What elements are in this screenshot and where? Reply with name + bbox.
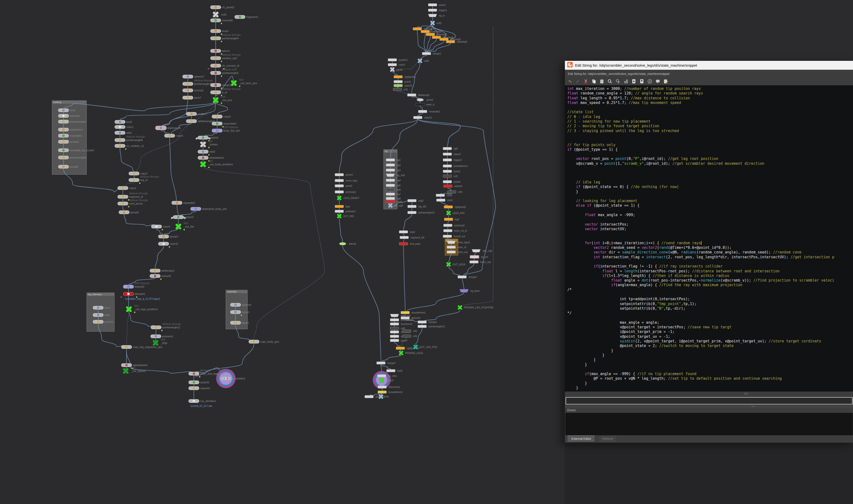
node-end_pack[interactable]: end_pack bbox=[399, 242, 420, 246]
node-pack1[interactable]: pack1 bbox=[230, 321, 249, 325]
node-box2[interactable]: box2 bbox=[93, 306, 110, 310]
node-sidestep6[interactable]: sidestep6 bbox=[446, 40, 467, 43]
node-switch5[interactable]: switch5 bbox=[188, 381, 209, 384]
node-copy6[interactable]: copy6 bbox=[212, 115, 231, 119]
indent-icon[interactable] bbox=[623, 78, 629, 84]
node-wld2[interactable]: wld2 bbox=[93, 313, 110, 317]
node-ref3[interactable]: ref3 bbox=[447, 191, 462, 194]
node-bone8_out[interactable]: bone8_out bbox=[443, 235, 465, 238]
edit-notes-icon[interactable] bbox=[663, 78, 669, 84]
node-OUT_RIG[interactable]: OUT_RIG bbox=[337, 214, 354, 219]
node-null1[interactable]: null1 bbox=[212, 11, 226, 18]
node-bonedeform1[interactable]: bonedeform1 bbox=[401, 311, 426, 314]
node-copy_body_geo[interactable]: copy_body_geo bbox=[249, 340, 279, 344]
node-pointwrangle6[interactable]: pointwrangle6Attribute Wrangle bbox=[115, 136, 145, 142]
node-resample_by_scale1[interactable]: resample_by_scale1 bbox=[58, 148, 94, 152]
node-attribwrangle2[interactable]: attribwrangle2 bbox=[186, 120, 215, 123]
node-copy1[interactable]: copy1 bbox=[117, 186, 136, 190]
node-rig3[interactable]: rig3 bbox=[386, 169, 401, 172]
node-sphere2[interactable]: sphere2 bbox=[182, 75, 204, 78]
node-wave1[interactable]: wave1 bbox=[428, 4, 446, 6]
node-pointwrangle4[interactable]: pointwrangle4Attribute Wrangle bbox=[210, 34, 241, 42]
node-channel5[interactable]: channel5 bbox=[210, 19, 233, 24]
node-pointwrangle12[interactable]: pointwrangle12 bbox=[407, 211, 435, 214]
node-pointwrangle8[interactable]: pointwrangle8 bbox=[58, 156, 87, 159]
node-blend1[interactable]: blend1 bbox=[339, 242, 356, 245]
node-trigger2[interactable]: trigger2 bbox=[443, 159, 462, 162]
node-_out_body_positions[interactable]: _out_body_positionsNull bbox=[200, 160, 233, 168]
node-rig4[interactable]: rig4 bbox=[386, 179, 401, 182]
node-null3[interactable]: null3 bbox=[417, 58, 429, 64]
node-OUT_LEG_POS[interactable]: OUT_LEG_POS bbox=[413, 344, 437, 350]
node-rigidpoint1[interactable]: rigidpoint1 bbox=[394, 76, 416, 78]
node-group5[interactable]: group5 bbox=[58, 165, 78, 169]
node-copy5[interactable]: copy5 bbox=[164, 134, 183, 138]
node-rig_in[interactable]: rig_in bbox=[428, 14, 445, 17]
node-ch_panel2[interactable]: ch_panel2 bbox=[210, 5, 234, 9]
node-merge5[interactable]: merge5 bbox=[418, 321, 437, 324]
code-editor[interactable]: int max_iteration = 3000; //number of ra… bbox=[565, 85, 853, 391]
node-ref1[interactable]: ref1 bbox=[393, 88, 408, 91]
node-rig8[interactable]: rig8 bbox=[386, 197, 401, 200]
node-OUT_LEGS[interactable]: OUT_LEGS bbox=[446, 262, 465, 267]
node-rig_sel[interactable]: rig_sel bbox=[470, 256, 488, 258]
node-ref2[interactable]: ref2 bbox=[443, 175, 458, 178]
node-pointwrangle7[interactable]: pointwrangle7Attribute Wrangle bbox=[182, 79, 213, 86]
node-system1[interactable]: system1 bbox=[388, 59, 408, 61]
node-polywire1[interactable]: polywire1 bbox=[150, 335, 173, 338]
node-ref5[interactable]: ref5 bbox=[402, 330, 417, 333]
node-null2[interactable]: null2 bbox=[430, 20, 441, 26]
node-speed1[interactable]: speed1 bbox=[394, 84, 413, 87]
node-edit2[interactable]: edit2 bbox=[198, 150, 215, 156]
node-rop_alembic1[interactable]: rop_alembic1scramb_01_017.abc bbox=[188, 399, 216, 408]
node-group8[interactable]: group8 bbox=[119, 211, 139, 214]
node-sidestep2[interactable]: sidestep2 bbox=[421, 30, 442, 33]
scrollbar-grip[interactable] bbox=[744, 393, 748, 395]
node-skin_rig3[interactable]: skin_rig3 bbox=[390, 314, 411, 317]
node-ch_random_u1[interactable]: ch_random_u1 bbox=[115, 144, 144, 150]
node-merge3[interactable]: merge3 bbox=[377, 362, 396, 365]
undo-icon[interactable] bbox=[567, 78, 573, 84]
external-editor-button[interactable]: External Editor bbox=[568, 435, 595, 442]
node-fragment1[interactable]: fragment1 bbox=[235, 15, 258, 19]
dialog-titlebar[interactable]: Edit String for: /obj/scrambler_second/s… bbox=[565, 61, 853, 70]
node-segment_id2[interactable]: segment_id2 bbox=[400, 236, 424, 239]
paste-icon[interactable] bbox=[599, 78, 605, 84]
refresh-button[interactable]: Refresh bbox=[599, 435, 617, 442]
node-sidestep3[interactable]: sidestep3 bbox=[426, 33, 447, 36]
node-tool2[interactable]: tool2 bbox=[115, 120, 132, 124]
node-mini2[interactable]: mini2 bbox=[436, 199, 453, 202]
node-resample1[interactable]: resample1 bbox=[58, 134, 82, 138]
node-rig6[interactable]: rig6 bbox=[386, 188, 401, 192]
comment-icon[interactable] bbox=[655, 78, 660, 84]
node-sidestep1[interactable]: sidestep1 bbox=[413, 28, 434, 31]
redo-icon[interactable] bbox=[575, 78, 581, 84]
node-p_id[interactable]: p_idAttribute Wrangle bbox=[210, 88, 241, 96]
node-peek_d[interactable]: peek_d bbox=[416, 103, 434, 106]
node-group2[interactable]: group2 bbox=[158, 235, 178, 238]
node-wld1[interactable]: wld1 bbox=[115, 131, 132, 135]
node-move_legs[interactable]: move_legs bbox=[335, 179, 357, 182]
node-copy2[interactable]: copy2 bbox=[129, 172, 147, 176]
node-rig1[interactable]: rig1 bbox=[386, 159, 401, 162]
node-seg3[interactable]: seg3 bbox=[399, 231, 415, 234]
node-rig7[interactable]: rig7 bbox=[386, 193, 401, 196]
node-unpack1[interactable]: unpack1 bbox=[188, 386, 210, 390]
node-prime1[interactable]: prime1 bbox=[335, 174, 353, 176]
node-switch3[interactable]: switch3 bbox=[170, 215, 193, 219]
node-seg2[interactable]: seg2 bbox=[407, 199, 423, 202]
find-replace-icon[interactable] bbox=[615, 78, 621, 84]
node-pointvop2[interactable]: pointvop2 bbox=[443, 224, 465, 227]
node-switch2[interactable]: switch2 bbox=[195, 136, 218, 142]
node-leg1[interactable]: leg1 bbox=[335, 205, 350, 208]
node-pointvop1[interactable]: pointvop1 bbox=[335, 191, 356, 194]
node-point3[interactable]: point3 bbox=[335, 185, 352, 187]
node-mini1[interactable]: mini1 bbox=[436, 194, 452, 197]
node-ref4[interactable]: ref4 bbox=[390, 327, 405, 330]
node-pointwrangle5[interactable]: pointwrangle5Attribute VOP bbox=[210, 68, 239, 77]
node-copy_leg_segments_geo[interactable]: copy_leg_segments_geo bbox=[121, 345, 162, 349]
node-match1[interactable]: match1 bbox=[413, 116, 432, 119]
node-bone_rot_id[interactable]: bone_rot_id bbox=[443, 230, 467, 232]
node-random_up2[interactable]: random_up2Attribute Wrangle bbox=[210, 54, 241, 62]
node-point4[interactable]: point4 bbox=[443, 181, 460, 183]
